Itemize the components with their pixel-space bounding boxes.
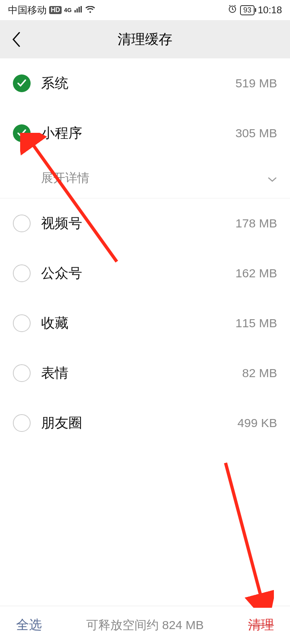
back-button[interactable] [8, 31, 24, 47]
item-label: 小程序 [41, 124, 236, 142]
checkbox-unchecked[interactable] [13, 264, 31, 282]
item-label: 公众号 [41, 264, 236, 283]
status-left: 中国移动 HD 4G [8, 4, 95, 17]
item-size: 499 KB [238, 416, 277, 430]
item-label: 表情 [41, 364, 242, 382]
cache-item-favorites[interactable]: 收藏 115 MB [0, 298, 290, 348]
item-label: 收藏 [41, 314, 236, 332]
cache-item-moments[interactable]: 朋友圈 499 KB [0, 398, 290, 448]
item-label: 系统 [41, 74, 236, 93]
cache-item-miniprogram[interactable]: 小程序 305 MB [0, 108, 290, 158]
alarm-icon [228, 4, 237, 16]
time-label: 10:18 [258, 4, 282, 16]
page-header: 清理缓存 [0, 20, 290, 58]
status-right: 93 10:18 [228, 4, 282, 16]
item-size: 82 MB [242, 366, 277, 380]
carrier-label: 中国移动 [8, 4, 47, 17]
expand-label: 展开详情 [41, 170, 89, 186]
clean-button[interactable]: 清理 [248, 616, 274, 634]
status-bar: 中国移动 HD 4G 93 10:18 [0, 0, 290, 20]
releasable-info: 可释放空间约 824 MB [42, 617, 248, 634]
cache-item-stickers[interactable]: 表情 82 MB [0, 348, 290, 398]
cache-item-official[interactable]: 公众号 162 MB [0, 248, 290, 298]
checkbox-unchecked[interactable] [13, 364, 31, 382]
svg-line-2 [226, 463, 262, 600]
check-icon [17, 79, 27, 87]
item-size: 519 MB [236, 76, 277, 90]
item-size: 305 MB [236, 126, 277, 140]
checkbox-unchecked[interactable] [13, 215, 31, 232]
checkbox-checked[interactable] [13, 74, 31, 92]
cache-item-channels[interactable]: 视频号 178 MB [0, 198, 290, 248]
cache-item-system[interactable]: 系统 519 MB [0, 58, 290, 108]
check-icon [17, 129, 27, 137]
checkbox-unchecked[interactable] [13, 314, 31, 332]
item-size: 115 MB [236, 316, 277, 330]
checkbox-unchecked[interactable] [13, 414, 31, 432]
hd-badge: HD [49, 6, 62, 14]
network-indicator: 4G [64, 7, 72, 13]
select-all-button[interactable]: 全选 [16, 616, 42, 634]
wifi-icon [85, 4, 95, 16]
item-size: 162 MB [236, 266, 277, 280]
battery-indicator: 93 [240, 5, 255, 15]
chevron-down-icon [267, 171, 277, 185]
page-title: 清理缓存 [118, 30, 172, 49]
cache-list: 系统 519 MB 小程序 305 MB 展开详情 视频号 178 MB 公众号… [0, 58, 290, 448]
item-label: 朋友圈 [41, 414, 238, 432]
item-size: 178 MB [236, 217, 277, 230]
signal-icon [74, 4, 83, 16]
chevron-left-icon [12, 32, 21, 47]
expand-details[interactable]: 展开详情 [0, 158, 290, 198]
checkbox-checked[interactable] [13, 124, 31, 142]
item-label: 视频号 [41, 214, 236, 233]
annotation-arrow-2 [218, 459, 274, 608]
footer-bar: 全选 可释放空间约 824 MB 清理 [0, 606, 290, 644]
